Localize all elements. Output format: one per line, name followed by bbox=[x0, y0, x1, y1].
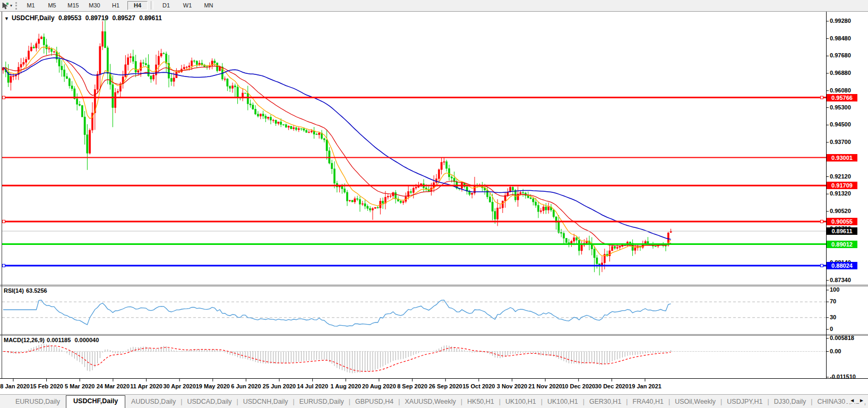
level-price-badge: 0.95766 bbox=[827, 94, 857, 101]
date-label: 1 Aug 2020 bbox=[330, 383, 361, 389]
date-label: 25 Jun 2020 bbox=[263, 383, 296, 389]
trading-terminal-window: ▾ M1M5M15M30H1H4D1W1MN ▼USDCHF,Daily 0.8… bbox=[0, 0, 868, 408]
date-label: 26 Sep 2020 bbox=[429, 383, 462, 389]
chart-title: ▼USDCHF,Daily 0.89553 0.89719 0.89527 0.… bbox=[4, 14, 164, 22]
date-label: 3 Nov 2020 bbox=[497, 383, 527, 389]
chart-tab-usdcad-daily[interactable]: USDCAD,Daily bbox=[182, 396, 236, 407]
chart-tab-uk100-h1[interactable]: UK100,H1 bbox=[501, 396, 541, 407]
macd-signal-value: 0.000040 bbox=[74, 337, 99, 343]
high-value: 0.89719 bbox=[85, 14, 108, 22]
crosshair-cursor-icon[interactable] bbox=[1, 2, 10, 10]
rsi-value: 63.5256 bbox=[26, 287, 47, 294]
date-label: 11 Apr 2020 bbox=[130, 383, 162, 389]
date-label: 8 Sep 2020 bbox=[397, 383, 427, 389]
rsi-tick-label: 100 bbox=[830, 286, 839, 293]
chart-tab-usdcnh-daily[interactable]: USDCNH,Daily bbox=[238, 396, 293, 407]
price-tick-label: 0.91320 bbox=[830, 190, 851, 197]
cursor-dropdown-icon[interactable]: ▾ bbox=[10, 3, 12, 8]
timeframe-button-m1[interactable]: M1 bbox=[21, 1, 40, 10]
level-price-badge: 0.91709 bbox=[827, 182, 857, 189]
rsi-tick-label: 0 bbox=[830, 326, 833, 332]
price-tick-label: 0.92120 bbox=[830, 173, 851, 180]
chart-tab-bar: EURUSD,DailyUSDCHF,DailyAUDUSD,Daily|USD… bbox=[0, 394, 868, 408]
date-label: 15 Feb 2020 bbox=[30, 383, 63, 389]
timeframe-button-h1[interactable]: H1 bbox=[106, 1, 125, 10]
date-label: 5 Mar 2020 bbox=[65, 383, 94, 389]
date-label: 19 Jan 2021 bbox=[629, 383, 661, 389]
date-label: 15 Oct 2020 bbox=[462, 383, 495, 389]
date-label: 20 Aug 2020 bbox=[362, 383, 396, 389]
level-price-badge: 0.93001 bbox=[827, 154, 857, 162]
timeframe-button-mn[interactable]: MN bbox=[199, 1, 218, 10]
macd-tick-label: 0.005818 bbox=[830, 335, 854, 341]
symbol-period-label: USDCHF,Daily bbox=[12, 14, 55, 22]
chart-tab-hk50-h1[interactable]: HK50,H1 bbox=[462, 396, 499, 407]
price-tick-label: 0.90520 bbox=[830, 208, 851, 214]
price-tick-label: 0.96880 bbox=[830, 70, 851, 76]
low-value: 0.89527 bbox=[112, 14, 135, 22]
timeframe-toolbar: ▾ M1M5M15M30H1H4D1W1MN bbox=[0, 0, 868, 12]
toolbar-grip-handle[interactable] bbox=[15, 2, 17, 10]
level-price-badge: 0.88024 bbox=[827, 262, 857, 269]
chart-tab-dj30-daily[interactable]: DJ30,Daily bbox=[769, 396, 811, 407]
price-tick-label: 0.98480 bbox=[830, 35, 851, 41]
price-tick-label: 0.99280 bbox=[830, 18, 851, 24]
price-tick-label: 0.95300 bbox=[830, 104, 851, 110]
macd-tick-label: -0.011510 bbox=[830, 373, 856, 380]
rsi-tick-label: 30 bbox=[830, 314, 836, 320]
chart-tab-eurusd-daily[interactable]: EURUSD,Daily bbox=[11, 396, 65, 407]
chart-tab-usdchf-daily[interactable]: USDCHF,Daily bbox=[66, 395, 125, 408]
timeframe-buttons-group: M1M5M15M30H1H4D1W1MN bbox=[20, 1, 219, 10]
timeframe-button-m15[interactable]: M15 bbox=[64, 1, 83, 10]
tab-scroll-arrows: ◄► bbox=[845, 397, 866, 403]
timeframe-button-h4[interactable]: H4 bbox=[127, 1, 148, 10]
timeframe-button-m5[interactable]: M5 bbox=[42, 1, 62, 10]
chart-tab-eurusd-daily[interactable]: EURUSD,Daily bbox=[295, 396, 349, 407]
chart-canvas[interactable] bbox=[0, 0, 868, 408]
date-label: 28 Jan 2020 bbox=[0, 383, 30, 389]
date-label: 14 Jul 2020 bbox=[297, 383, 328, 389]
price-tick-label: 0.93700 bbox=[830, 139, 851, 145]
current-price-badge: 0.89611 bbox=[827, 227, 857, 235]
date-label: 10 Dec 2020 bbox=[562, 383, 595, 389]
timeframe-button-w1[interactable]: W1 bbox=[178, 1, 197, 10]
date-label: 24 Mar 2020 bbox=[97, 383, 130, 389]
macd-tick-label: 0.00 bbox=[830, 348, 841, 354]
price-tick-label: 0.96080 bbox=[830, 87, 851, 94]
chart-tab-usoil-weekly[interactable]: USOil,Weekly bbox=[670, 396, 720, 407]
macd-main-value: 0.001185 bbox=[47, 337, 71, 343]
date-label: 6 Jun 2020 bbox=[231, 383, 261, 389]
chart-tab-ger30-h1[interactable]: GER30,H1 bbox=[585, 396, 626, 407]
rsi-tick-label: 70 bbox=[830, 298, 836, 304]
chart-tab-uk100-h1[interactable]: UK100,H1 bbox=[543, 396, 583, 407]
date-label: 30 Apr 2020 bbox=[163, 383, 195, 389]
chart-tab-fra40-h1[interactable]: FRA40,H1 bbox=[628, 396, 668, 407]
chart-tab-audusd-daily[interactable]: AUDUSD,Daily bbox=[126, 396, 181, 407]
chart-tab-xauusd-weekly[interactable]: XAUUSD,Weekly bbox=[400, 396, 460, 407]
tab-scroll-right-icon[interactable]: ► bbox=[859, 397, 864, 403]
date-label: 19 May 2020 bbox=[196, 383, 230, 389]
level-price-badge: 0.90055 bbox=[827, 218, 857, 225]
toolbar-separator bbox=[151, 1, 153, 10]
date-label: 21 Nov 2020 bbox=[528, 383, 562, 389]
date-label: 30 Dec 2020 bbox=[595, 383, 629, 389]
collapse-indicator-icon[interactable]: ▼ bbox=[4, 16, 9, 21]
level-price-badge: 0.89012 bbox=[827, 241, 857, 248]
price-tick-label: 0.94500 bbox=[830, 121, 851, 128]
rsi-indicator-label: RSI(14)63.5256 bbox=[4, 287, 49, 294]
chart-tab-gbpusd-h4[interactable]: GBPUSD,H4 bbox=[350, 396, 398, 407]
chart-tab-usdjpy-h1[interactable]: USDJPY,H1 bbox=[722, 396, 767, 407]
macd-indicator-label: MACD(12,26,9)0.001185 0.000040 bbox=[4, 337, 101, 343]
price-tick-label: 0.87340 bbox=[830, 277, 851, 283]
tab-scroll-left-icon[interactable]: ◄ bbox=[849, 397, 855, 403]
close-value: 0.89611 bbox=[139, 14, 162, 22]
timeframe-button-d1[interactable]: D1 bbox=[157, 1, 176, 10]
open-value: 0.89553 bbox=[58, 14, 81, 22]
price-tick-label: 0.97680 bbox=[830, 52, 851, 58]
timeframe-button-m30[interactable]: M30 bbox=[85, 1, 104, 10]
